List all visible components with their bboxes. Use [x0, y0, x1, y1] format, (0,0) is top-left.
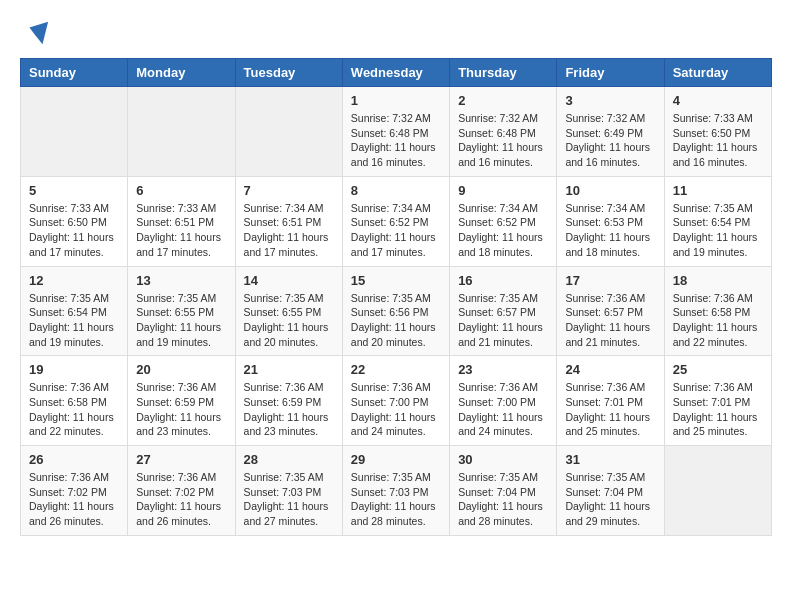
day-info: Sunrise: 7:36 AM Sunset: 7:01 PM Dayligh…	[673, 380, 763, 439]
day-number: 6	[136, 183, 226, 198]
calendar-cell: 16Sunrise: 7:35 AM Sunset: 6:57 PM Dayli…	[450, 266, 557, 356]
calendar-cell	[235, 87, 342, 177]
calendar-table: SundayMondayTuesdayWednesdayThursdayFrid…	[20, 58, 772, 536]
day-info: Sunrise: 7:36 AM Sunset: 6:57 PM Dayligh…	[565, 291, 655, 350]
day-header-monday: Monday	[128, 59, 235, 87]
day-number: 17	[565, 273, 655, 288]
calendar-cell: 1Sunrise: 7:32 AM Sunset: 6:48 PM Daylig…	[342, 87, 449, 177]
day-number: 21	[244, 362, 334, 377]
week-row-2: 5Sunrise: 7:33 AM Sunset: 6:50 PM Daylig…	[21, 176, 772, 266]
calendar-cell	[21, 87, 128, 177]
day-number: 1	[351, 93, 441, 108]
day-number: 25	[673, 362, 763, 377]
calendar-cell: 3Sunrise: 7:32 AM Sunset: 6:49 PM Daylig…	[557, 87, 664, 177]
calendar-cell: 11Sunrise: 7:35 AM Sunset: 6:54 PM Dayli…	[664, 176, 771, 266]
day-number: 30	[458, 452, 548, 467]
calendar-cell: 29Sunrise: 7:35 AM Sunset: 7:03 PM Dayli…	[342, 446, 449, 536]
day-number: 8	[351, 183, 441, 198]
day-info: Sunrise: 7:33 AM Sunset: 6:51 PM Dayligh…	[136, 201, 226, 260]
svg-marker-0	[29, 22, 48, 44]
day-number: 26	[29, 452, 119, 467]
day-header-sunday: Sunday	[21, 59, 128, 87]
day-info: Sunrise: 7:34 AM Sunset: 6:51 PM Dayligh…	[244, 201, 334, 260]
day-info: Sunrise: 7:36 AM Sunset: 6:59 PM Dayligh…	[244, 380, 334, 439]
day-header-friday: Friday	[557, 59, 664, 87]
calendar-cell: 8Sunrise: 7:34 AM Sunset: 6:52 PM Daylig…	[342, 176, 449, 266]
logo	[20, 20, 50, 48]
calendar-cell: 23Sunrise: 7:36 AM Sunset: 7:00 PM Dayli…	[450, 356, 557, 446]
day-info: Sunrise: 7:36 AM Sunset: 7:01 PM Dayligh…	[565, 380, 655, 439]
day-header-tuesday: Tuesday	[235, 59, 342, 87]
day-number: 23	[458, 362, 548, 377]
calendar-cell: 20Sunrise: 7:36 AM Sunset: 6:59 PM Dayli…	[128, 356, 235, 446]
calendar-cell: 26Sunrise: 7:36 AM Sunset: 7:02 PM Dayli…	[21, 446, 128, 536]
calendar-cell: 30Sunrise: 7:35 AM Sunset: 7:04 PM Dayli…	[450, 446, 557, 536]
calendar-cell: 6Sunrise: 7:33 AM Sunset: 6:51 PM Daylig…	[128, 176, 235, 266]
day-number: 20	[136, 362, 226, 377]
day-header-thursday: Thursday	[450, 59, 557, 87]
calendar-header: SundayMondayTuesdayWednesdayThursdayFrid…	[21, 59, 772, 87]
calendar-cell: 4Sunrise: 7:33 AM Sunset: 6:50 PM Daylig…	[664, 87, 771, 177]
calendar-cell	[664, 446, 771, 536]
week-row-1: 1Sunrise: 7:32 AM Sunset: 6:48 PM Daylig…	[21, 87, 772, 177]
day-info: Sunrise: 7:34 AM Sunset: 6:53 PM Dayligh…	[565, 201, 655, 260]
day-number: 7	[244, 183, 334, 198]
calendar-cell: 22Sunrise: 7:36 AM Sunset: 7:00 PM Dayli…	[342, 356, 449, 446]
day-info: Sunrise: 7:36 AM Sunset: 7:00 PM Dayligh…	[351, 380, 441, 439]
day-number: 22	[351, 362, 441, 377]
calendar-cell: 7Sunrise: 7:34 AM Sunset: 6:51 PM Daylig…	[235, 176, 342, 266]
day-number: 15	[351, 273, 441, 288]
week-row-5: 26Sunrise: 7:36 AM Sunset: 7:02 PM Dayli…	[21, 446, 772, 536]
calendar-cell: 12Sunrise: 7:35 AM Sunset: 6:54 PM Dayli…	[21, 266, 128, 356]
day-info: Sunrise: 7:32 AM Sunset: 6:49 PM Dayligh…	[565, 111, 655, 170]
day-info: Sunrise: 7:36 AM Sunset: 7:02 PM Dayligh…	[29, 470, 119, 529]
calendar-cell: 10Sunrise: 7:34 AM Sunset: 6:53 PM Dayli…	[557, 176, 664, 266]
day-info: Sunrise: 7:36 AM Sunset: 7:00 PM Dayligh…	[458, 380, 548, 439]
calendar-cell: 25Sunrise: 7:36 AM Sunset: 7:01 PM Dayli…	[664, 356, 771, 446]
day-header-wednesday: Wednesday	[342, 59, 449, 87]
calendar-cell: 13Sunrise: 7:35 AM Sunset: 6:55 PM Dayli…	[128, 266, 235, 356]
calendar-cell: 15Sunrise: 7:35 AM Sunset: 6:56 PM Dayli…	[342, 266, 449, 356]
day-number: 29	[351, 452, 441, 467]
calendar-cell: 24Sunrise: 7:36 AM Sunset: 7:01 PM Dayli…	[557, 356, 664, 446]
day-info: Sunrise: 7:36 AM Sunset: 7:02 PM Dayligh…	[136, 470, 226, 529]
day-number: 10	[565, 183, 655, 198]
day-number: 28	[244, 452, 334, 467]
day-info: Sunrise: 7:36 AM Sunset: 6:59 PM Dayligh…	[136, 380, 226, 439]
day-info: Sunrise: 7:36 AM Sunset: 6:58 PM Dayligh…	[29, 380, 119, 439]
day-number: 16	[458, 273, 548, 288]
page-header	[20, 20, 772, 48]
days-of-week-row: SundayMondayTuesdayWednesdayThursdayFrid…	[21, 59, 772, 87]
calendar-cell: 9Sunrise: 7:34 AM Sunset: 6:52 PM Daylig…	[450, 176, 557, 266]
calendar-cell: 14Sunrise: 7:35 AM Sunset: 6:55 PM Dayli…	[235, 266, 342, 356]
day-info: Sunrise: 7:36 AM Sunset: 6:58 PM Dayligh…	[673, 291, 763, 350]
day-info: Sunrise: 7:32 AM Sunset: 6:48 PM Dayligh…	[351, 111, 441, 170]
calendar-cell	[128, 87, 235, 177]
day-info: Sunrise: 7:35 AM Sunset: 7:03 PM Dayligh…	[244, 470, 334, 529]
day-number: 24	[565, 362, 655, 377]
day-info: Sunrise: 7:34 AM Sunset: 6:52 PM Dayligh…	[458, 201, 548, 260]
day-number: 2	[458, 93, 548, 108]
day-info: Sunrise: 7:35 AM Sunset: 6:55 PM Dayligh…	[244, 291, 334, 350]
day-info: Sunrise: 7:33 AM Sunset: 6:50 PM Dayligh…	[673, 111, 763, 170]
day-number: 9	[458, 183, 548, 198]
day-number: 3	[565, 93, 655, 108]
calendar-cell: 19Sunrise: 7:36 AM Sunset: 6:58 PM Dayli…	[21, 356, 128, 446]
day-number: 5	[29, 183, 119, 198]
day-number: 18	[673, 273, 763, 288]
calendar-cell: 27Sunrise: 7:36 AM Sunset: 7:02 PM Dayli…	[128, 446, 235, 536]
day-number: 13	[136, 273, 226, 288]
day-info: Sunrise: 7:35 AM Sunset: 6:54 PM Dayligh…	[29, 291, 119, 350]
calendar-cell: 21Sunrise: 7:36 AM Sunset: 6:59 PM Dayli…	[235, 356, 342, 446]
day-number: 31	[565, 452, 655, 467]
day-info: Sunrise: 7:34 AM Sunset: 6:52 PM Dayligh…	[351, 201, 441, 260]
day-info: Sunrise: 7:33 AM Sunset: 6:50 PM Dayligh…	[29, 201, 119, 260]
week-row-4: 19Sunrise: 7:36 AM Sunset: 6:58 PM Dayli…	[21, 356, 772, 446]
calendar-cell: 5Sunrise: 7:33 AM Sunset: 6:50 PM Daylig…	[21, 176, 128, 266]
week-row-3: 12Sunrise: 7:35 AM Sunset: 6:54 PM Dayli…	[21, 266, 772, 356]
calendar-body: 1Sunrise: 7:32 AM Sunset: 6:48 PM Daylig…	[21, 87, 772, 536]
day-info: Sunrise: 7:35 AM Sunset: 6:56 PM Dayligh…	[351, 291, 441, 350]
day-info: Sunrise: 7:35 AM Sunset: 7:04 PM Dayligh…	[565, 470, 655, 529]
calendar-cell: 31Sunrise: 7:35 AM Sunset: 7:04 PM Dayli…	[557, 446, 664, 536]
day-info: Sunrise: 7:35 AM Sunset: 6:57 PM Dayligh…	[458, 291, 548, 350]
